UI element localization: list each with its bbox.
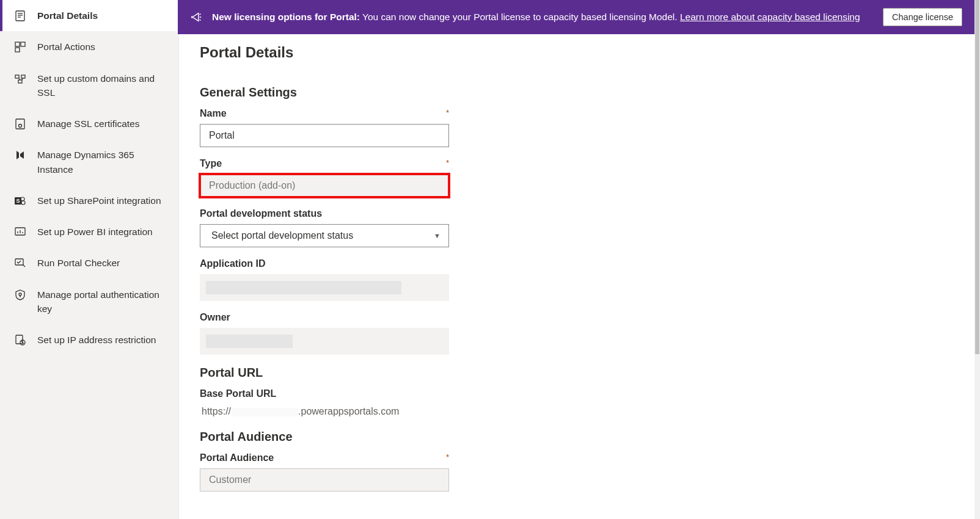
sidebar-item-label: Set up IP address restriction <box>37 333 167 347</box>
owner-label: Owner <box>200 312 959 323</box>
banner-link[interactable]: Learn more about capacity based licensin… <box>680 12 860 22</box>
scrollbar-thumb[interactable] <box>975 0 979 354</box>
field-dev-status: Portal development status Select portal … <box>200 208 959 247</box>
svg-rect-5 <box>21 42 25 46</box>
scrollbar-vertical[interactable] <box>975 0 980 519</box>
sidebar-item-ip-restriction[interactable]: Set up IP address restriction <box>0 324 178 355</box>
section-portal-audience: Portal Audience <box>200 430 959 444</box>
svg-rect-7 <box>15 75 19 78</box>
actions-icon <box>14 41 26 53</box>
sidebar-item-label: Run Portal Checker <box>37 256 167 270</box>
checker-icon <box>14 257 26 269</box>
type-input <box>200 174 449 197</box>
sidebar-item-label: Set up Power BI integration <box>37 225 167 239</box>
ip-restriction-icon <box>14 334 26 346</box>
field-base-url: Base Portal URL https://.powerappsportal… <box>200 388 959 419</box>
section-portal-url: Portal URL <box>200 366 959 380</box>
sidebar-item-label: Set up SharePoint integration <box>37 194 167 208</box>
change-license-button[interactable]: Change license <box>883 8 962 26</box>
redacted-content <box>206 335 293 348</box>
svg-rect-4 <box>15 42 20 46</box>
sidebar-item-dynamics-instance[interactable]: Manage Dynamics 365 Instance <box>0 139 178 185</box>
redacted-content <box>231 408 298 416</box>
page-title: Portal Details <box>200 44 959 61</box>
field-type: Type * <box>200 158 959 197</box>
banner-bold: New licensing options for Portal: <box>212 12 360 22</box>
banner-message: New licensing options for Portal: You ca… <box>212 12 874 23</box>
sidebar: Portal Details Portal Actions Set up cus… <box>0 0 179 519</box>
svg-rect-9 <box>18 80 22 83</box>
svg-text:S: S <box>16 198 20 204</box>
svg-point-17 <box>21 201 25 205</box>
audience-input <box>200 468 449 492</box>
svg-point-23 <box>19 293 21 296</box>
powerbi-icon <box>14 226 26 238</box>
sidebar-item-custom-domains[interactable]: Set up custom domains and SSL <box>0 63 178 109</box>
section-general-settings: General Settings <box>200 85 959 100</box>
megaphone-icon <box>190 10 203 24</box>
required-indicator: * <box>446 158 449 167</box>
field-application-id: Application ID <box>200 258 959 301</box>
svg-point-13 <box>19 125 22 128</box>
banner-body: You can now change your Portal license t… <box>360 12 680 22</box>
sidebar-item-auth-key[interactable]: Manage portal authentication key <box>0 279 178 325</box>
sidebar-item-ssl-certificates[interactable]: Manage SSL certificates <box>0 108 178 139</box>
svg-rect-0 <box>16 11 24 21</box>
app-id-label: Application ID <box>200 258 959 269</box>
field-owner: Owner <box>200 312 959 355</box>
audience-label: Portal Audience * <box>200 452 449 463</box>
sidebar-item-label: Manage portal authentication key <box>37 288 167 316</box>
base-url-label: Base Portal URL <box>200 388 959 399</box>
licensing-banner: New licensing options for Portal: You ca… <box>178 0 975 34</box>
sidebar-item-portal-checker[interactable]: Run Portal Checker <box>0 247 178 278</box>
required-indicator: * <box>446 452 449 462</box>
owner-value <box>200 328 449 355</box>
svg-rect-25 <box>16 335 23 344</box>
svg-rect-8 <box>21 75 25 78</box>
main-content: Portal Details General Settings Name * T… <box>179 0 980 519</box>
redacted-content <box>206 281 401 294</box>
sidebar-item-label: Set up custom domains and SSL <box>37 71 167 100</box>
sidebar-item-label: Manage Dynamics 365 Instance <box>37 148 167 176</box>
dynamics-icon <box>14 149 26 161</box>
field-portal-audience: Portal Audience * <box>200 452 959 492</box>
domains-icon <box>14 73 26 85</box>
app-id-value <box>200 274 449 301</box>
details-icon <box>14 10 26 22</box>
dev-status-select-wrapper: Select portal development status ▼ <box>200 224 449 247</box>
sidebar-item-sharepoint[interactable]: S Set up SharePoint integration <box>0 185 178 216</box>
sidebar-item-portal-details[interactable]: Portal Details <box>0 0 178 31</box>
type-label: Type * <box>200 158 449 169</box>
sidebar-item-label: Manage SSL certificates <box>37 117 167 131</box>
svg-rect-6 <box>15 48 20 52</box>
name-label: Name * <box>200 108 449 119</box>
required-indicator: * <box>446 108 449 117</box>
certificate-icon <box>14 118 26 130</box>
dev-status-label: Portal development status <box>200 208 959 219</box>
sidebar-item-portal-actions[interactable]: Portal Actions <box>0 31 178 62</box>
sharepoint-icon: S <box>14 195 26 207</box>
base-url-value: https://.powerappsportals.com <box>200 404 959 419</box>
field-name: Name * <box>200 108 959 147</box>
sidebar-item-label: Portal Actions <box>37 40 167 54</box>
layout: Portal Details Portal Actions Set up cus… <box>0 0 980 519</box>
sidebar-item-powerbi[interactable]: Set up Power BI integration <box>0 216 178 247</box>
sidebar-item-label: Portal Details <box>37 9 167 23</box>
name-input[interactable] <box>200 124 449 147</box>
shield-icon <box>14 289 26 301</box>
dev-status-select[interactable]: Select portal development status <box>200 224 449 247</box>
